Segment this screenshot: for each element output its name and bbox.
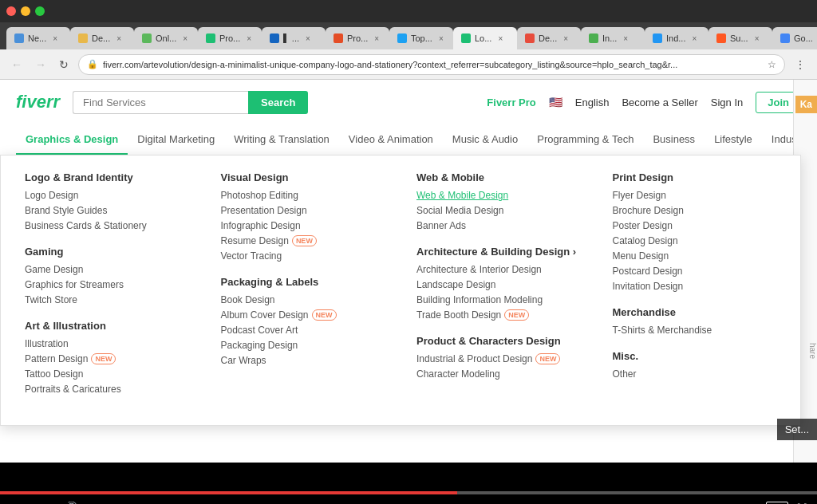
dropdown-col4: Print DesignFlyer DesignBrochure DesignP… bbox=[605, 171, 785, 409]
browser-tab-8[interactable]: De...× bbox=[517, 27, 581, 49]
menu-item-label: Tattoo Design bbox=[25, 368, 83, 380]
browser-tab-10[interactable]: Ind...× bbox=[645, 27, 708, 49]
nav-tab-1[interactable]: Digital Marketing bbox=[128, 125, 224, 155]
menu-section-title: Architecture & Building Design › bbox=[416, 246, 581, 258]
menu-item[interactable]: Flyer Design bbox=[613, 190, 777, 201]
refresh-button[interactable]: ↻ bbox=[56, 55, 72, 74]
menu-item[interactable]: Invitation Design bbox=[613, 281, 777, 292]
tab-close-icon[interactable]: × bbox=[374, 34, 379, 43]
menu-icon[interactable]: ⋮ bbox=[791, 55, 809, 74]
menu-item[interactable]: Catalog Design bbox=[613, 235, 777, 246]
browser-tab-0[interactable]: Ne...× bbox=[6, 27, 70, 49]
tab-close-icon[interactable]: × bbox=[563, 34, 568, 43]
tab-close-icon[interactable]: × bbox=[439, 34, 444, 43]
menu-item[interactable]: Packaging Design bbox=[221, 340, 385, 351]
menu-item[interactable]: Illustration bbox=[25, 338, 189, 349]
menu-item[interactable]: Portraits & Caricatures bbox=[25, 384, 189, 395]
become-seller-link[interactable]: Become a Seller bbox=[622, 96, 697, 108]
new-badge: NEW bbox=[292, 235, 317, 246]
menu-item[interactable]: Business Cards & Stationery bbox=[25, 220, 189, 231]
tab-close-icon[interactable]: × bbox=[692, 34, 697, 43]
menu-item[interactable]: Brochure Design bbox=[613, 205, 777, 216]
play-button[interactable]: ▶ bbox=[10, 499, 22, 504]
maximize-button[interactable] bbox=[35, 6, 45, 16]
close-button[interactable] bbox=[6, 6, 16, 16]
tab-close-icon[interactable]: × bbox=[306, 34, 310, 43]
tab-close-icon[interactable]: × bbox=[623, 34, 628, 43]
menu-item-label: Infographic Design bbox=[221, 220, 301, 231]
tab-favicon bbox=[653, 33, 662, 43]
nav-tab-4[interactable]: Music & Audio bbox=[443, 125, 527, 155]
menu-item[interactable]: Vector Tracing bbox=[221, 250, 385, 262]
forward-button[interactable]: → bbox=[32, 55, 49, 74]
browser-tab-11[interactable]: Su...× bbox=[708, 27, 772, 49]
menu-item[interactable]: Album Cover DesignNEW bbox=[221, 309, 385, 321]
menu-item[interactable]: Web & Mobile Design bbox=[416, 190, 581, 201]
dropdown-menu: Logo & Brand IdentityLogo DesignBrand St… bbox=[0, 155, 801, 426]
menu-item[interactable]: Logo Design bbox=[25, 190, 189, 201]
menu-item[interactable]: Industrial & Product DesignNEW bbox=[416, 353, 581, 364]
language-link[interactable]: English bbox=[575, 96, 610, 108]
menu-item[interactable]: Social Media Design bbox=[416, 205, 581, 216]
menu-item[interactable]: Postcard Design bbox=[613, 266, 777, 277]
menu-item[interactable]: Trade Booth DesignNEW bbox=[416, 309, 581, 321]
progress-bar-container[interactable] bbox=[0, 491, 817, 494]
back-button[interactable]: ← bbox=[8, 55, 26, 74]
menu-item[interactable]: Banner Ads bbox=[416, 220, 581, 231]
nav-tab-2[interactable]: Writing & Translation bbox=[224, 125, 339, 155]
menu-item[interactable]: Brand Style Guides bbox=[25, 205, 189, 216]
menu-item[interactable]: Presentation Design bbox=[221, 205, 385, 216]
menu-item[interactable]: Other bbox=[613, 368, 777, 380]
menu-item[interactable]: Poster Design bbox=[613, 220, 777, 231]
menu-item[interactable]: Car Wraps bbox=[221, 355, 385, 366]
menu-item[interactable]: Landscape Design bbox=[416, 279, 581, 290]
minimize-button[interactable] bbox=[21, 6, 30, 16]
browser-tab-9[interactable]: In...× bbox=[581, 27, 645, 49]
volume-button[interactable]: 🔊 bbox=[61, 499, 80, 504]
menu-item[interactable]: Menu Design bbox=[613, 250, 777, 262]
search-button[interactable]: Search bbox=[248, 91, 308, 114]
browser-tab-1[interactable]: De...× bbox=[70, 27, 134, 49]
browser-tab-3[interactable]: Pro...× bbox=[198, 27, 262, 49]
tab-close-icon[interactable]: × bbox=[53, 34, 57, 43]
menu-item[interactable]: Character Modeling bbox=[416, 368, 581, 380]
menu-item-label: Photoshop Editing bbox=[221, 190, 298, 201]
browser-tab-2[interactable]: Onl...× bbox=[134, 27, 198, 49]
menu-item[interactable]: Tattoo Design bbox=[25, 368, 189, 380]
tab-close-icon[interactable]: × bbox=[755, 34, 760, 43]
menu-item[interactable]: Architecture & Interior Design bbox=[416, 264, 581, 275]
tab-close-icon[interactable]: × bbox=[183, 34, 187, 43]
nav-tab-0[interactable]: Graphics & Design bbox=[16, 125, 128, 155]
fiverr-pro-link[interactable]: Fiverr Pro bbox=[487, 96, 535, 108]
browser-tab-4[interactable]: ▌ ...× bbox=[262, 27, 326, 49]
cc-button[interactable]: CC bbox=[766, 502, 788, 505]
sign-in-link[interactable]: Sign In bbox=[711, 96, 743, 108]
menu-item-link[interactable]: Web & Mobile Design bbox=[416, 190, 508, 201]
menu-item[interactable]: T-Shirts & Merchandise bbox=[613, 325, 777, 336]
skip-forward-button[interactable]: ◀◀ bbox=[30, 499, 53, 504]
tab-close-icon[interactable]: × bbox=[116, 34, 121, 43]
nav-tab-6[interactable]: Business bbox=[643, 125, 705, 155]
tab-close-icon[interactable]: × bbox=[247, 34, 251, 43]
tab-close-icon[interactable]: × bbox=[498, 34, 503, 43]
menu-item[interactable]: Twitch Store bbox=[25, 294, 189, 305]
nav-tab-3[interactable]: Video & Animation bbox=[339, 125, 443, 155]
browser-tab-7[interactable]: Lo...× bbox=[453, 27, 517, 49]
menu-item[interactable]: Game Design bbox=[25, 264, 189, 275]
menu-item[interactable]: Photoshop Editing bbox=[221, 190, 385, 201]
browser-tab-5[interactable]: Pro...× bbox=[326, 27, 389, 49]
browser-tab-6[interactable]: Top...× bbox=[389, 27, 453, 49]
menu-item[interactable]: Infographic Design bbox=[221, 220, 385, 231]
search-input[interactable] bbox=[73, 91, 248, 114]
nav-tab-7[interactable]: Lifestyle bbox=[705, 125, 762, 155]
menu-item[interactable]: Building Information Modeling bbox=[416, 294, 581, 305]
menu-item[interactable]: Resume DesignNEW bbox=[221, 235, 385, 246]
nav-tab-5[interactable]: Programming & Tech bbox=[527, 125, 643, 155]
menu-item[interactable]: Graphics for Streamers bbox=[25, 279, 189, 290]
menu-item[interactable]: Pattern DesignNEW bbox=[25, 353, 189, 364]
browser-tab-12[interactable]: Go...× bbox=[772, 27, 817, 49]
menu-item[interactable]: Podcast Cover Art bbox=[221, 325, 385, 336]
menu-item[interactable]: Book Design bbox=[221, 294, 385, 305]
address-bar[interactable]: 🔒 fiverr.com/artevolution/design-a-minim… bbox=[78, 54, 785, 75]
fiverr-logo[interactable]: fiverr bbox=[16, 92, 60, 112]
